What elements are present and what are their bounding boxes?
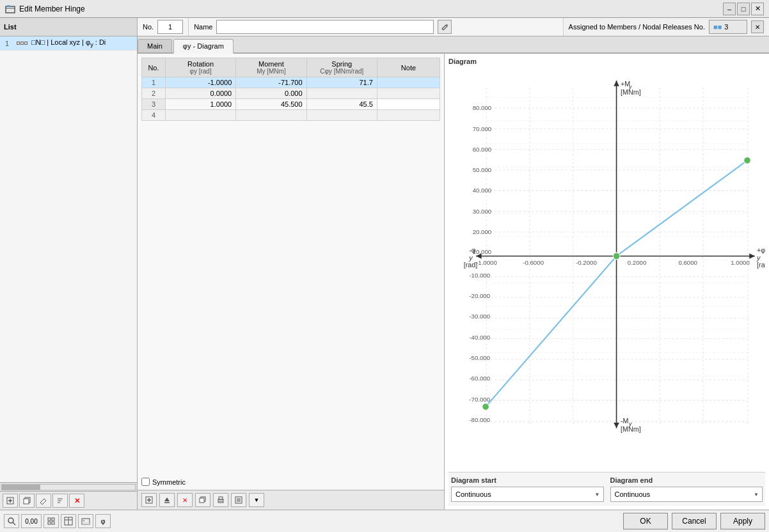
svg-text:[MNm]: [MNm]	[621, 425, 641, 433]
cell-spring[interactable]	[306, 88, 377, 99]
cell-moment[interactable]: 45.500	[236, 99, 306, 110]
diagram-start-select[interactable]: Continuous Fixed Free	[451, 487, 604, 502]
cell-rotation[interactable]	[165, 110, 235, 121]
close-button[interactable]: ✕	[751, 3, 764, 15]
cell-rotation[interactable]: -1.0000	[165, 77, 235, 88]
table-print-button[interactable]	[213, 493, 228, 507]
cell-no: 2	[142, 88, 166, 99]
table-row[interactable]: 1-1.0000-71.70071.7	[142, 77, 440, 88]
cancel-button[interactable]: Cancel	[672, 513, 717, 529]
cell-moment[interactable]: -71.700	[236, 77, 306, 88]
symmetric-checkbox[interactable]	[141, 478, 150, 486]
svg-text:+φ: +φ	[757, 246, 765, 254]
diagram-end-group: Diagram end Continuous Fixed Free	[610, 476, 763, 502]
minimize-button[interactable]: –	[723, 3, 736, 15]
symmetric-label[interactable]: Symmetric	[152, 478, 186, 486]
svg-text:[rad]: [rad]	[464, 261, 478, 269]
cell-note[interactable]	[377, 88, 440, 99]
table-delete-button[interactable]: ✕	[177, 493, 193, 507]
maximize-button[interactable]: □	[737, 3, 750, 15]
table-row[interactable]: 31.000045.50045.5	[142, 99, 440, 110]
diagram-end-label: Diagram end	[610, 476, 763, 484]
grid-icon	[47, 517, 56, 526]
svg-text:-30.000: -30.000	[469, 313, 490, 320]
phi-button[interactable]: φ	[95, 514, 111, 528]
rename-icon	[39, 496, 48, 505]
cell-no: 4	[142, 110, 166, 121]
diagram-end-select[interactable]: Continuous Fixed Free	[610, 487, 763, 502]
scrollbar-thumb[interactable]	[2, 485, 40, 490]
cell-note[interactable]	[377, 77, 440, 88]
svg-text:-M: -M	[621, 417, 629, 425]
decimal-button[interactable]: 0,00	[21, 514, 42, 528]
cell-spring[interactable]: 71.7	[306, 77, 377, 88]
svg-text:-50.000: -50.000	[469, 354, 490, 361]
diagram-start-select-wrapper: Continuous Fixed Free	[451, 487, 604, 502]
table-row[interactable]: 20.00000.000	[142, 88, 440, 99]
symmetric-section: Symmetric	[138, 474, 444, 490]
assigned-remove-button[interactable]: ✕	[751, 20, 764, 33]
no-input[interactable]	[157, 20, 183, 34]
apply-button[interactable]: Apply	[720, 513, 765, 529]
svg-text:70.000: 70.000	[473, 125, 492, 132]
view-button[interactable]	[44, 514, 59, 528]
image-button[interactable]	[78, 514, 93, 528]
svg-text:-60.000: -60.000	[469, 375, 490, 382]
list-scrollbar[interactable]	[0, 482, 137, 491]
list-new-button[interactable]	[3, 494, 18, 508]
svg-text:[MNm]: [MNm]	[621, 88, 641, 96]
cell-moment[interactable]: 0.000	[236, 88, 306, 99]
cell-note[interactable]	[377, 110, 440, 121]
col-rotation-header: Rotation φy [rad]	[165, 58, 235, 77]
svg-text:-40.000: -40.000	[469, 334, 490, 341]
list-rename-button[interactable]	[36, 494, 51, 508]
list-item-text: □N□ | Local xyz | φy : Di	[31, 38, 106, 48]
table-more-button[interactable]: ▼	[249, 493, 264, 507]
grid-button[interactable]	[61, 514, 76, 528]
scrollbar-track	[1, 484, 136, 490]
title-bar: Edit Member Hinge – □ ✕	[0, 0, 769, 18]
list-delete-button[interactable]: ✕	[69, 494, 84, 508]
tab-diagram[interactable]: φy - Diagram	[173, 39, 234, 54]
cell-rotation[interactable]: 0.0000	[165, 88, 235, 99]
table-row[interactable]: 4	[142, 110, 440, 121]
no-label: No.	[143, 23, 154, 31]
table-add-button[interactable]	[141, 493, 157, 507]
bottom-toolbar: 0,00	[4, 514, 623, 528]
cell-moment[interactable]	[236, 110, 306, 121]
add-row-icon	[145, 496, 153, 504]
svg-text:50.000: 50.000	[473, 166, 492, 173]
tab-main[interactable]: Main	[138, 39, 172, 52]
assigned-value: ■■ Diagram end 3	[709, 20, 747, 34]
cell-rotation[interactable]: 1.0000	[165, 99, 235, 110]
pencil-icon	[441, 23, 448, 31]
edit-name-button[interactable]	[438, 20, 452, 34]
diagram-end-select-wrapper: Continuous Fixed Free	[610, 487, 763, 502]
sort-icon	[56, 496, 65, 505]
table-moveup-button[interactable]	[159, 493, 175, 507]
zoom-button[interactable]	[4, 514, 19, 528]
list-item[interactable]: 1 □N□ | Local xyz | φy : Di	[0, 36, 137, 51]
svg-text:60.000: 60.000	[473, 146, 492, 153]
copy-row-icon	[199, 496, 207, 504]
print-icon	[217, 496, 225, 504]
table-copy-button[interactable]	[195, 493, 210, 507]
assigned-label: Assigned to Members / Nodal Releases No.	[569, 23, 705, 31]
svg-text:-70.000: -70.000	[469, 396, 490, 403]
svg-text:0.2000: 0.2000	[628, 259, 647, 266]
table-export-button[interactable]	[231, 493, 246, 507]
cell-note[interactable]	[377, 99, 440, 110]
list-sort-button[interactable]	[52, 494, 68, 508]
col-note-header: Note	[377, 58, 440, 77]
ok-button[interactable]: OK	[623, 513, 668, 529]
name-input[interactable]: □□□ □N□ | Local xyz | φy : Diagram	[216, 20, 434, 34]
cell-spring[interactable]: 45.5	[306, 99, 377, 110]
cell-spring[interactable]	[306, 110, 377, 121]
svg-text:-20.000: -20.000	[469, 292, 490, 299]
svg-rect-7	[24, 499, 29, 504]
svg-point-96	[8, 518, 13, 523]
squares-icon	[17, 42, 28, 45]
list-copy-button[interactable]	[19, 494, 35, 508]
diagram-svg: +φ y [rad] -φ y [rad] +M y [MNm]	[448, 68, 765, 472]
cell-no: 1	[142, 77, 166, 88]
